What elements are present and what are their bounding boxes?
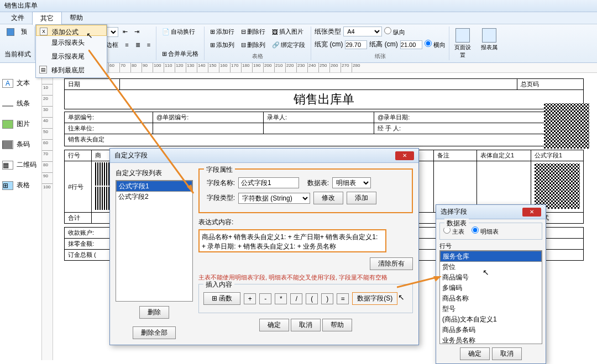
table-choice-fieldset: 数据表 主表 明细表 <box>439 223 542 240</box>
paper-type-label: 纸张类型 <box>315 27 341 36</box>
field-props-fieldset: 字段属性 字段名称: 数据表: 明细表 字段类型: 字符数据 (String) … <box>198 168 413 213</box>
dlg2-close-icon[interactable]: ✕ <box>522 208 541 217</box>
width-label: 纸宽 (cm) <box>315 40 343 49</box>
indent-right-icon[interactable]: ⇥ <box>132 27 142 36</box>
field-select-listbox[interactable]: 服务仓库 货位 商品编号 多编码 商品名称 型号 (商品)文本自定义1 商品多条… <box>439 250 542 344</box>
dd-show-header[interactable]: 显示报表头 <box>36 36 107 50</box>
cell-hashrow[interactable]: #行号 <box>65 161 92 213</box>
paper-type-select[interactable]: A4 <box>343 27 382 36</box>
dlg1-close-icon[interactable]: ✕ <box>395 151 414 160</box>
type-select[interactable]: 字符数据 (String) <box>238 193 310 204</box>
auto-wrap-button[interactable]: 📄 自动换行 <box>160 27 197 37</box>
align-center-icon[interactable]: ≣ <box>133 40 143 50</box>
op-plus[interactable]: + <box>244 293 256 304</box>
field-name-input[interactable] <box>238 177 299 188</box>
dlg1-ok-button[interactable]: 确定 <box>259 319 289 331</box>
report-prop-button[interactable]: 报表属 <box>479 27 499 51</box>
layers-icon: ▤ <box>39 66 47 73</box>
add-row-button[interactable]: ⊞ 添加行 <box>208 27 237 37</box>
insert-image-button[interactable]: 🖼 插入图片 <box>270 27 306 37</box>
dd-move-bottom[interactable]: ▤移到最底层 <box>36 64 107 77</box>
modify-button[interactable]: 修改 <box>313 192 343 204</box>
add-button[interactable]: 添加 <box>347 192 376 204</box>
hdr-formula[interactable]: 公式字段1 <box>531 150 584 161</box>
op-lpar[interactable]: ( <box>306 293 318 304</box>
list-item[interactable]: 商品多条码 <box>440 325 542 335</box>
delete-field-button[interactable]: 删除 <box>139 306 169 319</box>
list-item[interactable]: 服务仓库 <box>440 251 542 262</box>
lbl-docno[interactable]: 单据编号: <box>65 112 153 123</box>
width-input[interactable] <box>345 40 367 49</box>
list-item[interactable]: 业务员名称 <box>440 335 542 344</box>
other-dropdown: X添加公式 显示报表头 显示报表尾 ▤移到最底层 <box>35 24 107 78</box>
dlg2-title: 选择字段 <box>441 207 467 217</box>
lbl-tounit[interactable]: 往来单位: <box>65 123 153 134</box>
expression-textarea[interactable]: 商品名称+ 销售表头自定义1: + 生产日期+ 销售表头自定义1: + 录单日期… <box>198 229 386 252</box>
dlg1-help-button[interactable]: 帮助 <box>322 319 352 331</box>
tool-qrcode[interactable]: ▦二维码 <box>0 155 41 175</box>
table-label: 数据表: <box>302 178 329 188</box>
hdr-rowno[interactable]: 行号 <box>65 150 92 161</box>
dlg1-titlebar[interactable]: 自定义字段 ✕ <box>110 149 418 163</box>
dlg2-titlebar[interactable]: 选择字段 ✕ <box>436 205 546 219</box>
merge-cells-button[interactable]: ⊞ 合并单元格 <box>160 49 201 59</box>
function-button[interactable]: ⊞ 函数 <box>203 292 240 305</box>
field-listbox[interactable]: 公式字段1 公式字段2 <box>116 180 193 302</box>
page-setup-button[interactable]: 页面设置 <box>453 27 473 51</box>
list-item[interactable]: 商品名称 <box>440 293 542 304</box>
align-left-icon[interactable]: ≡ <box>123 40 130 49</box>
align-right-icon[interactable]: ≡ <box>145 40 153 49</box>
detail-table-radio[interactable]: 明细表 <box>472 228 499 235</box>
preview-button[interactable]: 预 <box>19 27 29 37</box>
hdr-remark[interactable]: 备注 <box>433 150 476 161</box>
lbl-sales-custom[interactable]: 销售表头自定 自定义字段 <box>65 134 584 146</box>
list-item[interactable]: 公式字段2 <box>116 192 192 202</box>
list-item[interactable]: 公式字段1 <box>116 181 192 192</box>
label-page[interactable]: 总页码 <box>517 79 584 90</box>
del-col-button[interactable]: ⊟ 删除列 <box>239 40 268 50</box>
op-eq[interactable]: = <box>337 293 349 304</box>
qr-top[interactable] <box>544 103 589 150</box>
dlg2-ok-button[interactable]: 确定 <box>460 347 490 360</box>
tool-image[interactable]: 图片 <box>0 114 41 134</box>
formula-icon: X <box>40 28 48 35</box>
landscape-radio[interactable]: 横向 <box>425 40 446 49</box>
delete-all-button[interactable]: 删除全部 <box>133 326 176 339</box>
list-item[interactable]: 型号 <box>440 304 542 314</box>
data-field-button[interactable]: 数据字段(S) <box>352 292 397 305</box>
indent-left-icon[interactable]: ⇤ <box>121 27 130 36</box>
tool-barcode[interactable]: 条码 <box>0 134 41 155</box>
menu-file[interactable]: 文件 <box>3 12 32 24</box>
lbl-at-docno[interactable]: @单据编号: <box>153 112 264 123</box>
label-date[interactable]: 日期 <box>65 79 120 90</box>
op-mult[interactable]: * <box>275 293 287 304</box>
del-row-button[interactable]: ⊟ 删除行 <box>239 27 268 37</box>
list-item[interactable]: 货位 <box>440 262 542 272</box>
op-minus[interactable]: - <box>259 293 271 304</box>
save-button[interactable] <box>4 27 17 37</box>
report-title[interactable]: 销售出库单 <box>65 90 584 109</box>
dlg1-cancel-button[interactable]: 取消 <box>291 319 321 331</box>
menu-help[interactable]: 帮助 <box>62 12 91 24</box>
list-item[interactable]: 商品编号 <box>440 272 542 283</box>
clear-all-button[interactable]: 清除所有 <box>370 257 413 270</box>
op-div[interactable]: / <box>290 293 302 304</box>
height-input[interactable] <box>400 40 422 49</box>
tool-table[interactable]: ⊞表格 <box>0 175 41 196</box>
bind-field-button[interactable]: 🔗 绑定字段 <box>270 40 307 50</box>
op-rpar[interactable]: ) <box>321 293 333 304</box>
main-table-radio[interactable]: 主表 <box>443 228 464 235</box>
list-item[interactable]: (商品)文本自定义1 <box>440 314 542 325</box>
hdr-body-custom[interactable]: 表体自定义1 <box>477 150 531 161</box>
portrait-radio[interactable]: 纵向 <box>384 27 405 36</box>
dd-add-formula[interactable]: X添加公式 <box>36 25 107 36</box>
dlg2-cancel-button[interactable]: 取消 <box>492 347 522 360</box>
add-col-button[interactable]: ⊞ 添加列 <box>208 40 237 50</box>
cell-total[interactable]: 合计 <box>65 213 92 224</box>
table-select[interactable]: 明细表 <box>332 177 371 188</box>
dd-show-footer[interactable]: 显示报表尾 <box>36 50 107 64</box>
tool-line[interactable]: 线条 <box>0 93 41 114</box>
lbl-entryby[interactable]: 录单人: <box>264 112 374 123</box>
list-item[interactable]: 多编码 <box>440 283 542 293</box>
menu-other[interactable]: 其它 <box>32 12 62 25</box>
